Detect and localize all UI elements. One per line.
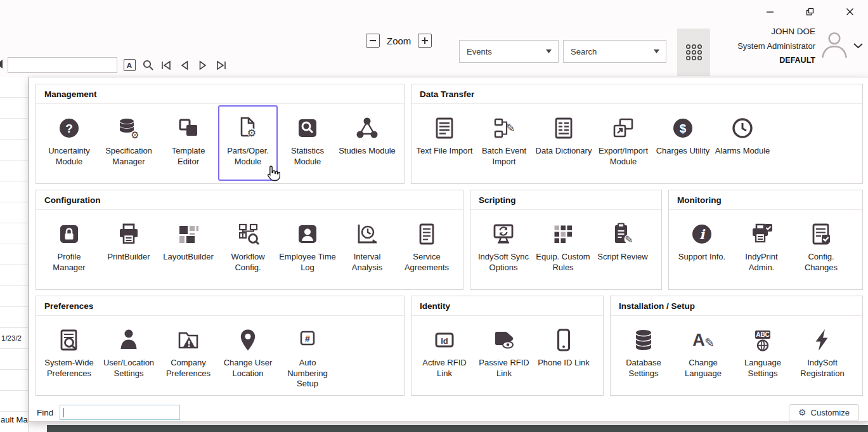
section-scripting: ScriptingIndySoft Sync OptionsEquip. Cus… bbox=[470, 190, 662, 290]
menu-row: PreferencesSystem-Wide PreferencesUser/L… bbox=[36, 296, 863, 396]
section-title: Scripting bbox=[470, 190, 661, 210]
stacked-pages-icon bbox=[176, 114, 201, 143]
menu-item-profile-manager[interactable]: Profile Manager bbox=[39, 211, 99, 287]
find-label: Find bbox=[37, 408, 53, 417]
menu-item-label: Equip. Custom Rules bbox=[534, 252, 592, 273]
menu-item-statistics-module[interactable]: Statistics Module bbox=[278, 105, 337, 181]
document-check-icon bbox=[808, 219, 834, 249]
menu-item-label: System-Wide Preferences bbox=[41, 358, 98, 379]
customize-button[interactable]: ⚙ Customize bbox=[789, 404, 859, 421]
find-input[interactable] bbox=[60, 405, 180, 420]
menu-item-parts-oper-module[interactable]: ⚙Parts/Oper. Module bbox=[218, 105, 278, 181]
menu-item-indysoft-registration[interactable]: IndySoft Registration bbox=[793, 317, 852, 393]
lock-square-icon bbox=[56, 219, 82, 249]
menu-item-label: Text File Import bbox=[417, 146, 473, 157]
menu-item-label: Language Settings bbox=[734, 358, 791, 379]
section-items: ?Uncertainty Module⚙Specification Manage… bbox=[36, 104, 404, 183]
menu-item-change-language[interactable]: A✎Change Language bbox=[673, 317, 733, 393]
modules-menu-panel: Management?Uncertainty Module⚙Specificat… bbox=[29, 77, 868, 422]
chevron-down-icon bbox=[654, 49, 659, 53]
next-record-button[interactable] bbox=[197, 58, 209, 72]
close-button[interactable] bbox=[845, 6, 854, 16]
search-button[interactable] bbox=[141, 58, 154, 72]
menu-item-export-import-module[interactable]: Export/Import Module bbox=[593, 105, 653, 181]
zoom-out-button[interactable] bbox=[366, 34, 380, 48]
menu-item-language-settings[interactable]: ABCLanguage Settings bbox=[733, 317, 793, 393]
menu-item-charges-utility[interactable]: $Charges Utility bbox=[653, 105, 713, 181]
menu-item-specification-manager[interactable]: ⚙Specification Manager bbox=[99, 105, 159, 181]
flow-pencil-icon: ✎ bbox=[491, 114, 517, 143]
menu-item-studies-module[interactable]: Studies Module bbox=[337, 105, 397, 181]
menu-launcher-button[interactable] bbox=[677, 29, 710, 76]
menu-item-data-dictionary[interactable]: Data Dictionary bbox=[534, 105, 593, 181]
menu-item-printbuilder[interactable]: PrintBuilder bbox=[99, 211, 159, 287]
letter-pencil-icon: A✎ bbox=[690, 325, 716, 355]
skip-first-icon bbox=[160, 60, 172, 70]
app-window: { "topbar": { "zoom_label": "Zoom", "eve… bbox=[0, 0, 868, 432]
menu-item-template-editor[interactable]: Template Editor bbox=[159, 105, 218, 181]
chevron-down-icon bbox=[853, 43, 863, 49]
menu-item-label: Data Dictionary bbox=[536, 146, 592, 157]
zoom-in-button[interactable] bbox=[418, 34, 432, 48]
menu-item-label: Charges Utility bbox=[656, 146, 710, 157]
find-row: Find ⚙ Customize bbox=[36, 403, 863, 422]
menu-item-active-rfid-link[interactable]: IdActive RFID Link bbox=[415, 317, 474, 393]
search-dropdown[interactable]: Search bbox=[563, 40, 666, 63]
menu-item-system-wide-preferences[interactable]: System-Wide Preferences bbox=[39, 317, 99, 393]
menu-item-workflow-config[interactable]: Workflow Config. bbox=[218, 211, 278, 287]
avatar[interactable] bbox=[820, 30, 849, 61]
restore-button[interactable] bbox=[805, 6, 814, 16]
previous-record-button[interactable] bbox=[178, 58, 191, 72]
user-menu-chevron[interactable] bbox=[853, 40, 863, 51]
section-items: IndySoft Sync OptionsEquip. Custom Rules… bbox=[470, 210, 661, 289]
menu-item-indyprint-admin[interactable]: IndyPrint Admin. bbox=[732, 211, 791, 287]
quick-search-input[interactable] bbox=[8, 57, 117, 73]
menu-item-label: Uncertainty Module bbox=[41, 146, 98, 167]
menu-item-text-file-import[interactable]: Text File Import bbox=[415, 105, 474, 181]
clipboard-pencil-icon: ✎ bbox=[610, 219, 635, 249]
menu-item-change-user-location[interactable]: Change User Location bbox=[218, 317, 278, 393]
user-profile: DEFAULT bbox=[737, 55, 815, 65]
menu-item-label: Change Language bbox=[675, 358, 732, 379]
menu-item-label: Service Agreements bbox=[398, 252, 455, 273]
menu-item-user-location-settings[interactable]: User/Location Settings bbox=[99, 317, 159, 393]
menu-item-layoutbuilder[interactable]: LayoutBuilder bbox=[159, 211, 218, 287]
events-dropdown[interactable]: Events bbox=[459, 40, 559, 63]
menu-item-auto-numbering-setup[interactable]: #Auto Numbering Setup bbox=[278, 317, 337, 393]
menu-item-company-preferences[interactable]: Company Preferences bbox=[159, 317, 218, 393]
chevron-down-icon bbox=[546, 49, 552, 53]
section-title: Data Transfer bbox=[411, 84, 862, 104]
section-items: System-Wide PreferencesUser/Location Set… bbox=[36, 316, 404, 395]
menu-item-passive-rfid-link[interactable]: Passive RFID Link bbox=[474, 317, 534, 393]
info-circle-icon: i bbox=[689, 219, 715, 249]
menu-item-database-settings[interactable]: Database Settings bbox=[614, 317, 673, 393]
menu-item-label: Active RFID Link bbox=[416, 358, 473, 379]
menu-item-uncertainty-module[interactable]: ?Uncertainty Module bbox=[39, 105, 99, 181]
zoom-controls: Zoom bbox=[366, 34, 432, 48]
menu-item-label: Studies Module bbox=[339, 146, 396, 157]
menu-item-batch-event-import[interactable]: ✎Batch Event Import bbox=[474, 105, 534, 181]
tag-eye-icon bbox=[491, 325, 517, 355]
clipboard-lines-icon bbox=[414, 219, 439, 249]
menu-item-config-changes[interactable]: Config. Changes bbox=[791, 211, 851, 287]
menu-item-indysoft-sync-options[interactable]: IndySoft Sync Options bbox=[474, 211, 533, 287]
menu-sections: Management?Uncertainty Module⚙Specificat… bbox=[36, 84, 863, 396]
menu-item-label: Template Editor bbox=[160, 146, 217, 167]
svg-text:✎: ✎ bbox=[625, 234, 633, 245]
menu-item-phone-id-link[interactable]: Phone ID Link bbox=[534, 317, 593, 393]
first-record-button[interactable] bbox=[160, 58, 172, 72]
menu-item-label: Change User Location bbox=[219, 358, 276, 379]
menu-item-interval-analysis[interactable]: Interval Analysis bbox=[337, 211, 397, 287]
font-case-button[interactable]: A bbox=[123, 58, 136, 72]
menu-item-employee-time-log[interactable]: Employee Time Log bbox=[278, 211, 337, 287]
menu-item-service-agreements[interactable]: Service Agreements bbox=[397, 211, 457, 287]
menu-item-support-info[interactable]: iSupport Info. bbox=[672, 211, 732, 287]
last-record-button[interactable] bbox=[215, 58, 228, 72]
clipped-icon-fragment bbox=[0, 58, 4, 72]
minimize-button[interactable] bbox=[765, 6, 774, 16]
menu-item-alarms-module[interactable]: Alarms Module bbox=[713, 105, 772, 181]
folder-warning-icon bbox=[176, 325, 201, 355]
menu-item-script-review[interactable]: ✎Script Review bbox=[593, 211, 652, 287]
id-card-icon: Id bbox=[432, 325, 457, 355]
menu-item-equip-custom-rules[interactable]: Equip. Custom Rules bbox=[533, 211, 593, 287]
